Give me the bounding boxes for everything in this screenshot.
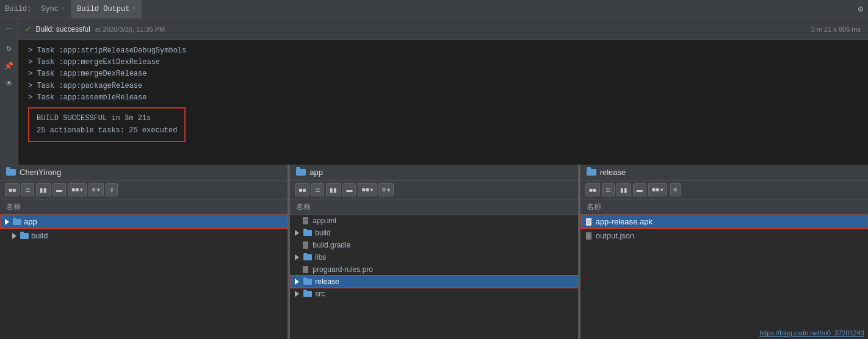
browser2-dropdown1[interactable]: ■■▼: [358, 183, 377, 196]
browser1-share-icon[interactable]: ⇧: [106, 183, 118, 196]
file-name-src: src: [315, 290, 325, 298]
file-browsers-container: ChenYirong ■■ ☰ ▮▮ ▬ ■■▼ ⚙▼ ⇧ 名称: [0, 165, 868, 339]
settings-icon[interactable]: ⚙: [858, 4, 863, 14]
file-icon-apk: [585, 218, 593, 226]
browser2-title: app: [309, 168, 323, 177]
browser2-row-appiml[interactable]: app.iml: [290, 215, 577, 227]
browser2-folder-icon: [296, 169, 306, 176]
folder-icon-src: [303, 291, 312, 297]
build-success-check: ✓: [26, 24, 31, 34]
build-line-4: > Task :app:packageRelease: [28, 80, 858, 92]
file-name-build2: build: [315, 229, 330, 237]
file-name-apk: app-release.apk: [596, 217, 653, 226]
folder-icon-app: [13, 219, 21, 225]
file-icon-gradle: [302, 241, 309, 249]
browser1-row-build[interactable]: build: [0, 229, 288, 243]
browser1-header: ChenYirong: [0, 165, 288, 180]
browser2-row-proguard[interactable]: proguard-rules.pro: [290, 263, 577, 276]
browser1-toolbar: ■■ ☰ ▮▮ ▬ ■■▼ ⚙▼ ⇧: [0, 180, 288, 199]
browser2-row-build[interactable]: build: [290, 227, 577, 239]
file-name-buildgradle: build.gradle: [313, 241, 350, 249]
folder-icon-build2: [303, 230, 312, 236]
file-icon-proguard: [302, 265, 309, 274]
browser1-icon-grid[interactable]: ■■: [5, 183, 20, 196]
tab-build-output[interactable]: Build Output ×: [71, 0, 142, 18]
file-browser-1: ChenYirong ■■ ☰ ▮▮ ▬ ■■▼ ⚙▼ ⇧ 名称: [0, 165, 288, 339]
tab-build-output-label: Build Output: [77, 5, 129, 13]
browser3-icon-list[interactable]: ☰: [602, 183, 615, 196]
build-line-1: > Task :app:stripReleaseDebugSymbols: [28, 45, 858, 57]
watermark: https://blog.csdn.net/m0_37201243: [759, 329, 864, 337]
browser3-file-list: app-release.apk output.json: [580, 215, 868, 339]
browser3-icon-cols[interactable]: ▮▮: [617, 183, 631, 196]
browser1-icon-rows[interactable]: ▬: [52, 183, 66, 196]
file-name-build: build: [31, 231, 48, 240]
build-success-box: BUILD SUCCESSFUL in 3m 21s 25 actionable…: [28, 107, 186, 142]
browser2-icon-cols[interactable]: ▮▮: [326, 183, 341, 196]
browser1-file-list: app build: [0, 215, 288, 339]
browser1-col-header: 名称: [0, 199, 288, 215]
file-icon-json: [585, 232, 593, 240]
browser1-title: ChenYirong: [20, 168, 61, 177]
tab-build-output-close[interactable]: ×: [132, 5, 136, 12]
browser1-dropdown1[interactable]: ■■▼: [68, 183, 87, 196]
browser3-name-col: 名称: [587, 202, 601, 211]
build-duration: 3 m 21 s 806 ms: [811, 26, 861, 33]
browser2-row-libs[interactable]: libs: [290, 251, 577, 263]
browser1-name-col: 名称: [6, 202, 21, 211]
browser3-title: release: [600, 168, 626, 177]
file-icon-appiml: [302, 216, 309, 225]
build-success-line1: BUILD SUCCESSFUL in 3m 21s: [37, 112, 177, 124]
browser1-icon-cols[interactable]: ▮▮: [36, 183, 51, 196]
browser3-icon-grid[interactable]: ■■: [585, 183, 600, 196]
browser2-icon-rows[interactable]: ▬: [342, 183, 356, 196]
build-output-panel: > Task :app:stripReleaseDebugSymbols > T…: [18, 40, 868, 165]
svg-rect-3: [303, 241, 308, 249]
browser3-row-apk[interactable]: app-release.apk: [580, 215, 868, 229]
build-status-datetime: at 2020/3/26, 11:36 PM: [95, 26, 165, 33]
file-name-proguard: proguard-rules.pro: [313, 265, 373, 274]
tab-sync-label: Sync: [41, 5, 59, 13]
back-icon[interactable]: ←: [6, 23, 12, 34]
browser2-row-release[interactable]: release: [290, 276, 577, 288]
build-success-line2: 25 actionable tasks: 25 executed: [37, 124, 177, 137]
browser1-gear-dropdown[interactable]: ⚙▼: [89, 183, 104, 196]
file-browser-2: app ■■ ☰ ▮▮ ▬ ■■▼ ⚙▼ 名称 app.iml: [290, 165, 577, 339]
browser2-icon-list[interactable]: ☰: [311, 183, 324, 196]
folder-icon-release: [303, 279, 312, 285]
svg-rect-9: [586, 232, 591, 240]
browser2-toolbar: ■■ ☰ ▮▮ ▬ ■■▼ ⚙▼: [290, 180, 577, 199]
browser3-icon-rows[interactable]: ▬: [633, 183, 646, 196]
build-status-bar: ✓ Build: successful at 2020/3/26, 11:36 …: [18, 18, 868, 40]
browser2-gear-dropdown[interactable]: ⚙▼: [378, 183, 394, 196]
build-line-3: > Task :app:mergeDexRelease: [28, 68, 858, 80]
browser2-row-buildgradle[interactable]: build.gradle: [290, 239, 577, 251]
sync-icon[interactable]: ↻: [6, 43, 11, 53]
browser3-toolbar: ■■ ☰ ▮▮ ▬ ■■▼ ⚙: [580, 180, 868, 199]
pin-icon[interactable]: 📌: [4, 62, 13, 71]
file-name-libs: libs: [315, 253, 326, 262]
file-name-release: release: [315, 277, 339, 286]
browser2-row-src[interactable]: src: [290, 288, 577, 300]
file-name-json: output.json: [596, 231, 635, 240]
tab-sync-close[interactable]: ×: [61, 5, 65, 12]
browser3-row-json[interactable]: output.json: [580, 229, 868, 243]
browser3-dropdown1[interactable]: ■■▼: [648, 183, 667, 196]
browser2-col-header: 名称: [290, 199, 577, 215]
browser2-name-col: 名称: [296, 202, 311, 211]
browser3-folder-icon: [587, 169, 596, 176]
browser3-header: release: [580, 165, 868, 180]
browser3-gear-dropdown[interactable]: ⚙: [670, 183, 681, 196]
left-toolbar: ← ↻ 📌 👁: [0, 18, 18, 165]
browser2-icon-grid[interactable]: ■■: [295, 183, 309, 196]
browser1-row-app[interactable]: app: [0, 215, 288, 229]
tab-sync[interactable]: Sync ×: [35, 0, 71, 18]
folder-icon-libs: [303, 254, 312, 260]
eye-icon[interactable]: 👁: [5, 79, 13, 88]
build-status-label: Build: successful: [35, 25, 90, 34]
build-line-2: > Task :app:mergeExtDexRelease: [28, 57, 858, 68]
folder-icon-build: [20, 233, 29, 239]
browser1-icon-list[interactable]: ☰: [21, 183, 34, 196]
arrow-app: [5, 219, 9, 225]
browser2-header: app: [290, 165, 577, 180]
